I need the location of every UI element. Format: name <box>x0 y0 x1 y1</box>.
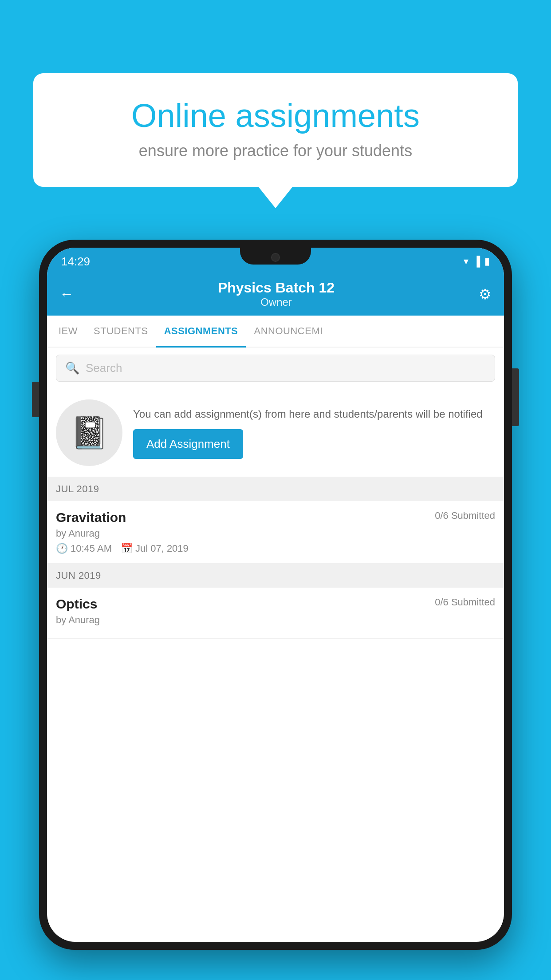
tab-students[interactable]: STUDENTS <box>86 316 156 347</box>
batch-role: Owner <box>218 296 335 308</box>
status-icons: ▾ ▐ ▮ <box>464 256 490 267</box>
search-bar[interactable]: 🔍 Search <box>56 355 495 382</box>
tab-iew[interactable]: IEW <box>51 316 86 347</box>
signal-icon: ▐ <box>473 256 480 267</box>
tab-assignments[interactable]: ASSIGNMENTS <box>156 316 246 347</box>
assignment-name-gravitation: Gravitation <box>56 510 126 525</box>
assignment-time-gravitation: 🕐 10:45 AM <box>56 543 112 554</box>
add-assignment-button[interactable]: Add Assignment <box>133 429 243 459</box>
tab-announcements[interactable]: ANNOUNCEMI <box>246 316 331 347</box>
wifi-icon: ▾ <box>464 256 468 267</box>
search-container: 🔍 Search <box>47 348 504 389</box>
assignment-author-optics: by Anurag <box>56 614 495 626</box>
battery-icon: ▮ <box>484 256 490 267</box>
calendar-icon: 📅 <box>121 543 133 554</box>
section-header-jul: JUL 2019 <box>47 477 504 501</box>
assignment-item-gravitation[interactable]: Gravitation 0/6 Submitted by Anurag 🕐 10… <box>47 501 504 564</box>
assignment-submitted-optics: 0/6 Submitted <box>435 597 495 608</box>
assignment-name-optics: Optics <box>56 597 97 612</box>
clock-icon: 🕐 <box>56 543 68 554</box>
back-button[interactable]: ← <box>59 286 74 302</box>
info-description: You can add assignment(s) from here and … <box>133 407 495 422</box>
speech-bubble-title: Online assignments <box>62 98 489 134</box>
assignment-row-top: Gravitation 0/6 Submitted <box>56 510 495 525</box>
assignment-icon-circle: 📓 <box>56 399 122 466</box>
tabs-bar: IEW STUDENTS ASSIGNMENTS ANNOUNCEMI <box>47 316 504 348</box>
section-header-jun: JUN 2019 <box>47 564 504 588</box>
camera-dot <box>271 253 280 262</box>
phone-notch <box>240 248 311 265</box>
speech-bubble-container: Online assignments ensure more practice … <box>33 73 518 187</box>
assignment-item-optics[interactable]: Optics 0/6 Submitted by Anurag <box>47 588 504 639</box>
info-card: 📓 You can add assignment(s) from here an… <box>47 389 504 477</box>
phone-screen: 14:29 ▾ ▐ ▮ ← Physics Batch 12 Owner ⚙ <box>47 248 504 942</box>
speech-bubble: Online assignments ensure more practice … <box>33 73 518 187</box>
assignment-date-gravitation: 📅 Jul 07, 2019 <box>121 543 189 554</box>
header-title-group: Physics Batch 12 Owner <box>218 280 335 308</box>
app-header: ← Physics Batch 12 Owner ⚙ <box>47 273 504 316</box>
batch-title: Physics Batch 12 <box>218 280 335 296</box>
search-placeholder: Search <box>86 361 122 375</box>
assignment-row-top-optics: Optics 0/6 Submitted <box>56 597 495 612</box>
settings-icon[interactable]: ⚙ <box>479 286 492 303</box>
status-time: 14:29 <box>61 255 90 269</box>
search-icon: 🔍 <box>65 361 79 375</box>
assignment-author-gravitation: by Anurag <box>56 528 495 539</box>
assignment-submitted-gravitation: 0/6 Submitted <box>435 510 495 522</box>
phone-outer: 14:29 ▾ ▐ ▮ ← Physics Batch 12 Owner ⚙ <box>39 240 512 950</box>
notebook-icon: 📓 <box>70 415 109 451</box>
speech-bubble-subtitle: ensure more practice for your students <box>62 142 489 160</box>
info-text-group: You can add assignment(s) from here and … <box>133 407 495 459</box>
phone-wrapper: 14:29 ▾ ▐ ▮ ← Physics Batch 12 Owner ⚙ <box>39 240 512 950</box>
assignment-meta-gravitation: 🕐 10:45 AM 📅 Jul 07, 2019 <box>56 543 495 554</box>
